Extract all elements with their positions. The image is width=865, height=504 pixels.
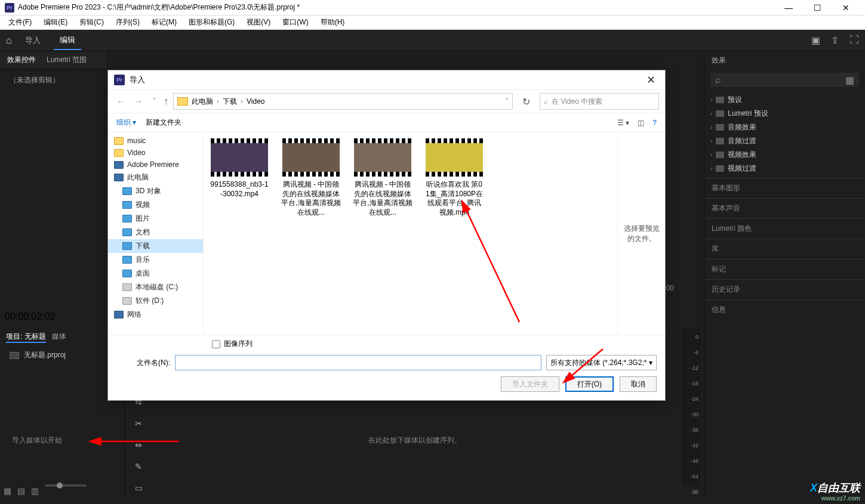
close-button[interactable]: ✕ xyxy=(838,2,854,14)
menu-edit[interactable]: 编辑(E) xyxy=(40,16,71,29)
file-item[interactable]: 991558388_nb3-1-30032.mp4 xyxy=(210,138,269,329)
panel-section[interactable]: 信息 xyxy=(704,299,865,320)
search-icon: ⌕ xyxy=(715,75,721,85)
menu-marker[interactable]: 标记(M) xyxy=(148,16,180,29)
watermark: X自由互联 www.xz7.com xyxy=(810,481,860,502)
nav-recent-button[interactable]: ˅ xyxy=(150,97,159,106)
tree-item[interactable]: 下载 xyxy=(108,239,203,253)
tree-item[interactable]: 图片 xyxy=(108,212,203,225)
dialog-close-button[interactable]: ✕ xyxy=(643,73,659,86)
crumb-video[interactable]: Video xyxy=(247,97,264,106)
pen-tool[interactable]: ✎ xyxy=(131,459,146,474)
breadcrumb[interactable]: 此电脑› 下载› Video ˅ xyxy=(173,93,513,110)
project-root-item[interactable]: 无标题.prproj xyxy=(0,347,125,364)
effects-folder[interactable]: ›Lumetri 预设 xyxy=(710,107,859,120)
menu-graphics[interactable]: 图形和标题(G) xyxy=(185,16,238,29)
file-item[interactable]: 腾讯视频 - 中国领先的在线视频媒体平台,海量高清视频在线观... xyxy=(281,138,341,329)
panel-section[interactable]: 历史记录 xyxy=(704,279,865,299)
folder-tree[interactable]: musicVideoAdobe Premiere此电脑3D 对象视频图片文档下载… xyxy=(108,132,204,335)
open-button[interactable]: 打开(O) xyxy=(565,376,614,392)
view-mode-button[interactable]: ☰ ▾ xyxy=(617,119,629,127)
effects-search[interactable]: ⌕ ▦ xyxy=(710,73,859,87)
razor-tool[interactable]: ✂ xyxy=(131,416,146,431)
new-folder-button[interactable]: 新建文件夹 xyxy=(146,118,181,128)
filename-input[interactable] xyxy=(175,355,541,370)
file-item[interactable]: 听说你喜欢我 第01集_高清1080P在线观看平台_腾讯视频.mp4 xyxy=(424,138,484,329)
crumb-downloads[interactable]: 下载 xyxy=(223,97,237,107)
dialog-title: 导入 xyxy=(130,75,643,85)
rectangle-tool[interactable]: ▭ xyxy=(131,481,146,495)
image-sequence-checkbox[interactable] xyxy=(212,340,220,348)
effects-folder[interactable]: ›音频过渡 xyxy=(710,134,859,148)
crumb-pc[interactable]: 此电脑 xyxy=(192,97,213,107)
tab-effect-controls[interactable]: 效果控件 xyxy=(7,55,36,65)
workspace-edit-tab[interactable]: 编辑 xyxy=(54,31,81,50)
app-icon: Pr xyxy=(5,3,14,13)
tree-item[interactable]: music xyxy=(108,135,203,147)
import-folder-button[interactable]: 导入文件夹 xyxy=(501,376,559,392)
help-icon[interactable]: ? xyxy=(652,119,657,127)
tree-item[interactable]: 3D 对象 xyxy=(108,184,203,198)
file-list[interactable]: 991558388_nb3-1-30032.mp4腾讯视频 - 中国领先的在线视… xyxy=(204,132,617,335)
audio-meter: 0-6-12-18-24-30-36-42-48-54dB xyxy=(683,328,701,486)
dialog-search-input[interactable]: ⌕在 Video 中搜索 xyxy=(540,93,659,110)
effects-folder[interactable]: ›视频过渡 xyxy=(710,162,859,175)
tree-item[interactable]: 本地磁盘 (C:) xyxy=(108,280,203,294)
zoom-slider[interactable] xyxy=(45,484,87,487)
maximize-button[interactable]: ☐ xyxy=(809,2,826,14)
file-item[interactable]: 腾讯视频 - 中国领先的在线视频媒体平台,海量高清视频在线观... xyxy=(353,138,413,329)
fullscreen-icon[interactable]: ⛶ xyxy=(849,35,859,46)
effects-folder[interactable]: ›视频效果 xyxy=(710,148,859,162)
preview-pane-button[interactable]: ◫ xyxy=(638,119,644,127)
organize-button[interactable]: 组织 ▾ xyxy=(116,118,136,128)
preset-icon[interactable]: ▦ xyxy=(845,75,854,86)
filetype-dropdown[interactable]: 所有支持的媒体 (*.264;*.3G2;*▾ xyxy=(546,355,657,370)
panel-section[interactable]: 基本图形 xyxy=(704,178,865,198)
menu-file[interactable]: 文件(F) xyxy=(5,16,35,29)
tree-item[interactable]: 网络 xyxy=(108,308,203,321)
nav-up-button[interactable]: ↑ xyxy=(164,96,168,107)
menu-sequence[interactable]: 序列(S) xyxy=(112,16,143,29)
effects-folder[interactable]: ›预设 xyxy=(710,93,859,107)
slip-tool[interactable]: ⇔ xyxy=(131,438,146,452)
meter-tick: -30 xyxy=(691,412,698,418)
tree-item[interactable]: Adobe Premiere xyxy=(108,159,203,171)
nav-forward-button[interactable]: → xyxy=(132,97,145,106)
tab-project[interactable]: 项目: 无标题 xyxy=(6,332,46,343)
project-filename: 无标题.prproj xyxy=(24,350,66,360)
panel-section[interactable]: Lumetri 颜色 xyxy=(704,218,865,239)
bin-icon xyxy=(10,352,19,359)
menu-view[interactable]: 视图(V) xyxy=(243,16,274,29)
tree-item[interactable]: Video xyxy=(108,147,203,159)
tab-effects[interactable]: 效果 xyxy=(712,55,726,66)
tree-item[interactable]: 桌面 xyxy=(108,267,203,280)
tree-item[interactable]: 文档 xyxy=(108,225,203,239)
list-view-icon[interactable]: ▦ xyxy=(4,486,11,496)
home-icon[interactable]: ⌂ xyxy=(6,35,12,46)
nav-back-button[interactable]: ← xyxy=(114,97,127,106)
no-clip-label: （未选择剪辑） xyxy=(0,69,107,91)
effects-folder[interactable]: ›音频效果 xyxy=(710,120,859,134)
tree-item[interactable]: 音乐 xyxy=(108,253,203,267)
quick-export-icon[interactable]: ▣ xyxy=(811,35,820,46)
menu-window[interactable]: 窗口(W) xyxy=(279,16,312,29)
titlebar: Pr Adobe Premiere Pro 2023 - C:\用户\admin… xyxy=(0,0,865,16)
tab-lumetri-scopes[interactable]: Lumetri 范围 xyxy=(47,55,87,65)
freeform-view-icon[interactable]: ▥ xyxy=(31,486,39,496)
panel-section[interactable]: 库 xyxy=(704,239,865,259)
minimize-button[interactable]: — xyxy=(780,2,797,14)
tree-item[interactable]: 此电脑 xyxy=(108,171,203,184)
share-icon[interactable]: ⇪ xyxy=(831,35,839,46)
menu-help[interactable]: 帮助(H) xyxy=(317,16,349,29)
panel-section[interactable]: 标记 xyxy=(704,259,865,279)
tree-item[interactable]: 软件 (D:) xyxy=(108,294,203,308)
refresh-button[interactable]: ↻ xyxy=(518,96,535,107)
menu-clip[interactable]: 剪辑(C) xyxy=(76,16,107,29)
panel-section[interactable]: 基本声音 xyxy=(704,198,865,218)
icon-view-icon[interactable]: ▤ xyxy=(17,486,25,496)
tree-item[interactable]: 视频 xyxy=(108,198,203,212)
workspace-import-tab[interactable]: 导入 xyxy=(19,32,47,50)
tab-media[interactable]: 媒体 xyxy=(52,332,66,343)
cancel-button[interactable]: 取消 xyxy=(620,376,657,392)
breadcrumb-dropdown[interactable]: ˅ xyxy=(505,97,509,106)
